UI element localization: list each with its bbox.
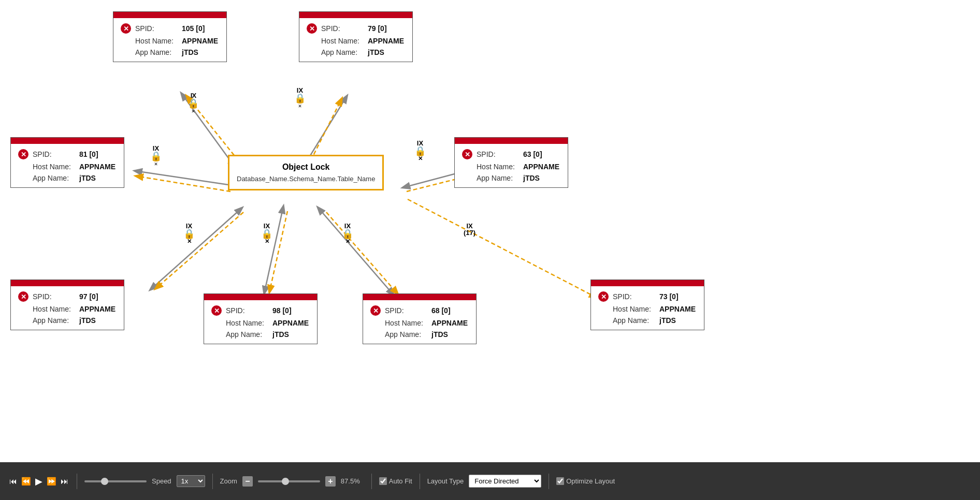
svg-line-2: [306, 96, 347, 163]
node-spid-81: ✕ SPID: 81 [0] Host Name: APPNAME App Na…: [10, 137, 124, 188]
spid-label-79: SPID:: [321, 24, 368, 33]
auto-fit-label[interactable]: Auto Fit: [379, 477, 412, 485]
svg-line-3: [311, 98, 342, 160]
node-header-63: [455, 138, 568, 144]
node-header-105: [113, 12, 226, 18]
appname-value-73: jTDS: [659, 316, 676, 325]
hostname-label-79: Host Name:: [321, 37, 368, 45]
main-canvas: IX 🔒 ✕ IX 🔒 ✕ IX 🔒 ✕ IX 🔒 ✕ IX 🔒 ✕ IX 🔒 …: [0, 0, 980, 462]
error-icon-81: ✕: [18, 149, 28, 159]
object-lock-node: Object Lock Database_Name.Schema_Name.Ta…: [228, 155, 384, 190]
hostname-label-81: Host Name:: [33, 163, 79, 171]
appname-label-68: App Name:: [385, 330, 431, 339]
spid-value-98: 98 [0]: [272, 306, 292, 315]
skip-to-end-button[interactable]: ⏭: [60, 477, 69, 486]
spid-label-97: SPID:: [33, 292, 79, 301]
node-spid-79: ✕ SPID: 79 [0] Host Name: APPNAME App Na…: [299, 11, 413, 62]
hostname-value-73: APPNAME: [659, 305, 696, 313]
node-header-73: [591, 280, 704, 286]
appname-value-105: jTDS: [182, 48, 198, 56]
node-header-79: [299, 12, 412, 18]
hostname-label-98: Host Name:: [226, 319, 272, 327]
svg-line-1: [186, 96, 238, 160]
node-header-97: [11, 280, 124, 286]
error-icon-79: ✕: [307, 23, 317, 34]
node-header-98: [204, 294, 317, 300]
conn-icon-5: IX 🔒 ✕: [183, 223, 195, 244]
appname-label-97: App Name:: [33, 316, 79, 325]
node-spid-105: ✕ SPID: 105 [0] Host Name: APPNAME App N…: [113, 11, 227, 62]
error-icon-98: ✕: [211, 305, 222, 316]
conn-icon-2: IX 🔒 ✕: [294, 87, 306, 109]
conn-icon-8: IX (17): [464, 223, 475, 236]
hostname-value-68: APPNAME: [431, 319, 468, 327]
spid-label-98: SPID:: [226, 306, 272, 315]
conn-icon-1: IX 🔒 ✕: [188, 92, 199, 114]
zoom-slider[interactable]: [258, 480, 320, 482]
zoom-percent: 87.5%: [341, 477, 364, 485]
hostname-label-73: Host Name:: [613, 305, 659, 313]
speed-select[interactable]: 1x 2x 4x 0.5x: [177, 475, 205, 487]
spid-value-68: 68 [0]: [431, 306, 451, 315]
play-button[interactable]: ▶: [34, 476, 44, 487]
svg-line-5: [136, 176, 230, 192]
spid-value-73: 73 [0]: [659, 292, 679, 301]
node-spid-98: ✕ SPID: 98 [0] Host Name: APPNAME App Na…: [204, 293, 318, 344]
spid-label-73: SPID:: [613, 292, 659, 301]
svg-line-12: [321, 211, 394, 295]
fast-forward-button[interactable]: ⏩: [46, 477, 57, 486]
error-icon-73: ✕: [598, 291, 609, 302]
spid-value-81: 81 [0]: [79, 150, 98, 158]
svg-line-4: [135, 171, 232, 185]
auto-fit-checkbox[interactable]: [379, 477, 387, 485]
conn-icon-4: IX 🔒 ✕: [414, 140, 426, 161]
toolbar-sep-4: [420, 474, 420, 489]
hostname-value-81: APPNAME: [79, 163, 116, 171]
skip-to-start-button[interactable]: ⏮: [8, 477, 18, 486]
layout-type-select[interactable]: Force Directed Hierarchical Circular: [469, 475, 541, 488]
node-spid-63: ✕ SPID: 63 [0] Host Name: APPNAME App Na…: [454, 137, 568, 188]
optimize-layout-label[interactable]: Optimize Layout: [556, 477, 615, 485]
spid-label-81: SPID:: [33, 150, 79, 158]
svg-line-0: [181, 93, 232, 163]
object-lock-subtitle: Database_Name.Schema_Name.Table_Name: [229, 175, 382, 189]
svg-line-8: [150, 211, 238, 290]
error-icon-63: ✕: [462, 149, 472, 159]
conn-icon-3: IX 🔒 ✕: [150, 145, 162, 167]
rewind-button[interactable]: ⏪: [20, 477, 32, 486]
appname-label-79: App Name:: [321, 48, 368, 56]
node-header-68: [363, 294, 476, 300]
appname-label-63: App Name:: [477, 174, 523, 182]
svg-line-10: [264, 211, 282, 293]
appname-value-97: jTDS: [79, 316, 96, 325]
spid-value-105: 105 [0]: [182, 24, 205, 33]
spid-value-97: 97 [0]: [79, 292, 98, 301]
spid-value-79: 79 [0]: [368, 24, 387, 33]
speed-slider[interactable]: [84, 480, 147, 482]
connection-overlay: [0, 0, 980, 462]
hostname-label-63: Host Name:: [477, 163, 523, 171]
spid-label-105: SPID:: [135, 24, 182, 33]
optimize-layout-checkbox[interactable]: [556, 477, 564, 485]
toolbar: ⏮ ⏪ ▶ ⏩ ⏭ Speed 1x 2x 4x 0.5x Zoom − + 8…: [0, 462, 980, 500]
svg-line-11: [269, 211, 287, 292]
error-icon-68: ✕: [370, 305, 381, 316]
appname-label-98: App Name:: [226, 330, 272, 339]
zoom-plus-button[interactable]: +: [325, 476, 336, 487]
appname-value-63: jTDS: [523, 174, 540, 182]
auto-fit-text: Auto Fit: [389, 477, 412, 485]
svg-line-13: [326, 212, 398, 294]
layout-type-label: Layout Type: [427, 477, 464, 485]
appname-value-79: jTDS: [368, 48, 384, 56]
toolbar-sep-5: [549, 474, 549, 489]
hostname-label-105: Host Name:: [135, 37, 182, 45]
appname-value-81: jTDS: [79, 174, 96, 182]
hostname-value-97: APPNAME: [79, 305, 116, 313]
toolbar-sep-1: [77, 474, 77, 489]
appname-label-73: App Name:: [613, 316, 659, 325]
hostname-label-97: Host Name:: [33, 305, 79, 313]
appname-label-105: App Name:: [135, 48, 182, 56]
hostname-value-98: APPNAME: [272, 319, 309, 327]
zoom-minus-button[interactable]: −: [242, 476, 253, 487]
node-spid-73: ✕ SPID: 73 [0] Host Name: APPNAME App Na…: [590, 280, 704, 330]
